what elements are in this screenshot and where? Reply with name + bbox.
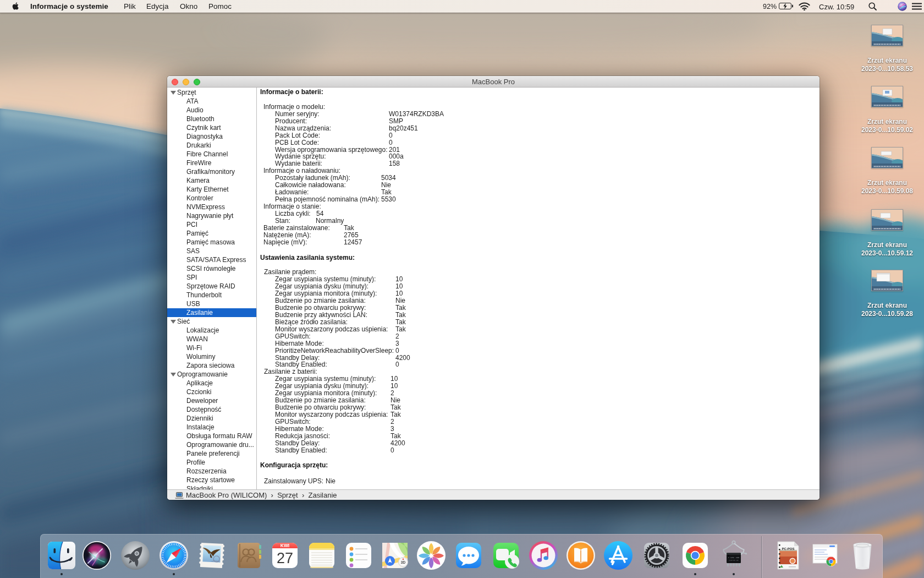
- svg-text:PC-POS: PC-POS: [782, 547, 794, 550]
- svg-text:27: 27: [277, 550, 293, 566]
- svg-text:3D: 3D: [401, 560, 406, 564]
- svg-text:T 93C 46B: T 93C 46B: [728, 557, 740, 559]
- svg-text:CIG735 WE: CIG735 WE: [729, 559, 738, 561]
- svg-text:KWI: KWI: [280, 543, 289, 548]
